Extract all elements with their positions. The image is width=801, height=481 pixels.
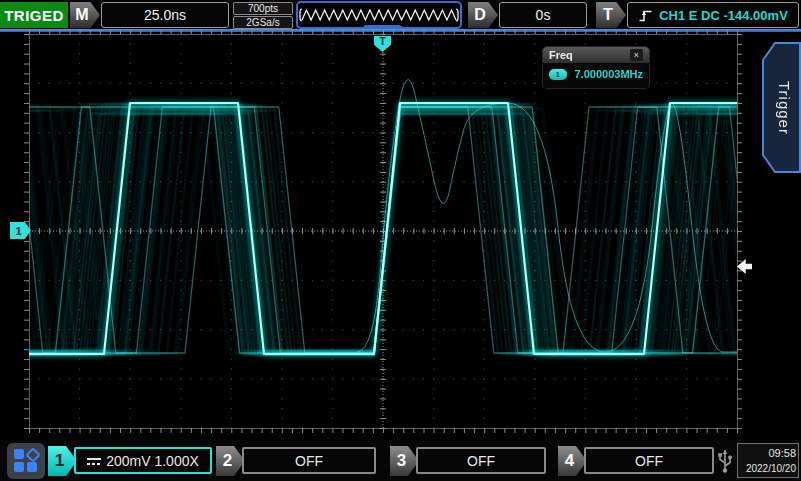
rising-edge-icon	[638, 8, 653, 23]
freq-panel-header[interactable]: Freq ×	[543, 47, 649, 63]
clock-display: 09:58 2022/10/20	[737, 443, 799, 478]
channel-1-badge[interactable]: 1	[48, 446, 77, 476]
channel-3-settings[interactable]: OFF	[416, 447, 546, 474]
memory-depth: 700pts	[233, 2, 293, 15]
apps-grid-icon	[12, 447, 40, 475]
channel-2-badge[interactable]: 2	[216, 446, 245, 476]
channel-3-badge[interactable]: 3	[390, 446, 419, 476]
freq-panel-title: Freq	[549, 49, 573, 61]
freq-value: 7.000003MHz	[575, 68, 644, 80]
freq-channel-badge: 1	[549, 69, 567, 80]
dc-coupling-icon	[87, 457, 101, 465]
channel-4-settings[interactable]: OFF	[584, 447, 714, 474]
time-value: 09:58	[738, 445, 796, 461]
trigger-menu-tab[interactable]: Trigger	[762, 42, 801, 173]
usb-icon	[717, 445, 733, 479]
date-value: 2022/10/20	[738, 461, 796, 476]
apps-menu-button[interactable]	[7, 443, 45, 479]
channel-1-label: 200mV 1.000X	[106, 453, 199, 469]
channel-3-label: OFF	[467, 453, 495, 469]
preview-zigzag	[298, 3, 460, 27]
channel-4-badge[interactable]: 4	[558, 446, 587, 476]
trigger-info-text: CH1 E DC -144.00mV	[659, 8, 788, 23]
channel-4-label: OFF	[635, 453, 663, 469]
freq-measurement-panel: Freq × 1 7.000003MHz	[543, 47, 649, 88]
channel-2-label: OFF	[295, 453, 323, 469]
oscilloscope-screen: TRIGED M 25.0ns 700pts 2GSa/s D 0s T CH1…	[0, 0, 801, 481]
channel-2-settings[interactable]: OFF	[242, 447, 376, 474]
trigger-tab-label: Trigger	[770, 42, 798, 173]
close-icon[interactable]: ×	[630, 49, 643, 61]
freq-reading-row: 1 7.000003MHz	[543, 63, 649, 85]
channel-1-settings[interactable]: 200mV 1.000X	[74, 447, 212, 474]
bottom-status-bar: 1 200mV 1.000X 2 OFF 3 OFF 4 OFF	[0, 440, 801, 481]
